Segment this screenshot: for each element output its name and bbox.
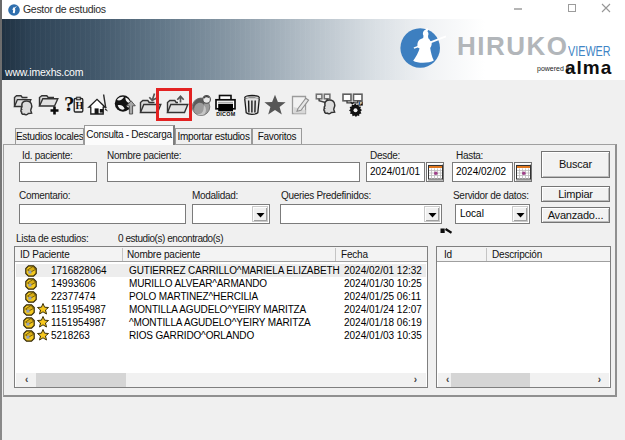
svg-text:?: ? xyxy=(64,93,75,116)
svg-text:DICOM: DICOM xyxy=(216,111,236,117)
svg-text:H: H xyxy=(75,100,83,111)
